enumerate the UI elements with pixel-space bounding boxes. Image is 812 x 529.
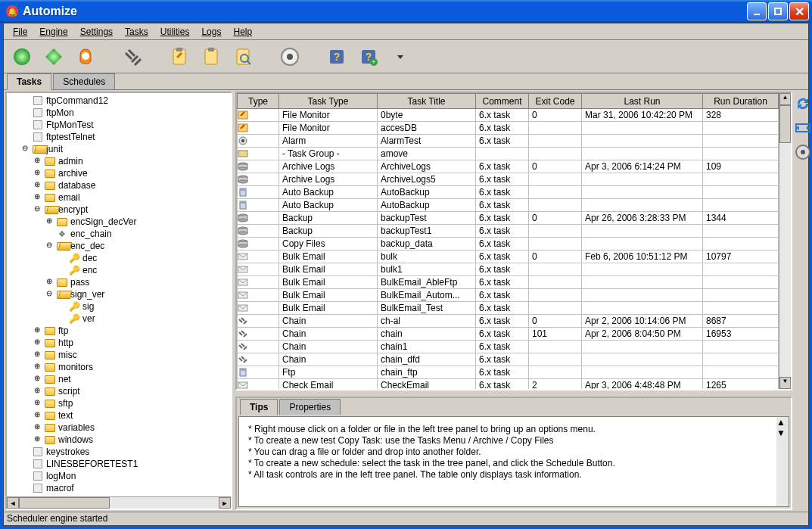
column-header[interactable]: Exit Code bbox=[529, 94, 582, 109]
table-row[interactable]: Bulk EmailBulkEmail_Autom...6.x task bbox=[238, 289, 779, 302]
menu-file[interactable]: File bbox=[7, 25, 33, 39]
tree-node[interactable]: ⊕archive bbox=[8, 167, 229, 179]
collapse-icon[interactable]: ⊖ bbox=[45, 241, 54, 250]
dropdown-arrow-icon[interactable] bbox=[388, 45, 412, 69]
table-row[interactable]: BackupbackupTest16.x task bbox=[238, 225, 779, 238]
record-icon[interactable] bbox=[278, 45, 302, 69]
table-row[interactable]: Copy Filesbackup_data6.x task bbox=[238, 238, 779, 250]
table-row[interactable]: Bulk EmailBulkEmail_AbleFtp6.x task bbox=[238, 276, 779, 289]
expand-icon[interactable]: ⊕ bbox=[33, 338, 42, 347]
tree-node[interactable]: ⊕sftp bbox=[8, 397, 229, 409]
tree-node[interactable]: ⊖enc_dec bbox=[8, 240, 229, 252]
run-icon[interactable] bbox=[10, 45, 34, 69]
tree-node[interactable]: keystrokes bbox=[8, 446, 229, 458]
tree-node[interactable]: ⊕encSign_decVer bbox=[8, 216, 229, 228]
tips-vscrollbar[interactable]: ▲▼ bbox=[776, 417, 789, 506]
expand-icon[interactable]: ⊕ bbox=[33, 157, 42, 166]
tree-node[interactable]: ⊕variables bbox=[8, 422, 229, 434]
column-header[interactable]: Comment bbox=[476, 94, 529, 109]
tree-node[interactable]: ⊕misc bbox=[8, 349, 229, 361]
table-row[interactable]: Bulk Emailbulk6.x task0Feb 6, 2006 10:51… bbox=[238, 250, 779, 263]
collapse-icon[interactable]: ⊖ bbox=[20, 145, 30, 154]
menu-utilities[interactable]: Utilities bbox=[154, 25, 196, 39]
expand-icon[interactable]: ⊕ bbox=[33, 193, 42, 202]
column-header[interactable]: Task Type bbox=[279, 94, 378, 109]
expand-icon[interactable]: ⊕ bbox=[33, 363, 42, 372]
tree-node[interactable]: ftptestTelnet bbox=[8, 131, 229, 143]
tree-node[interactable]: 🔑dec bbox=[8, 252, 229, 264]
expand-icon[interactable]: ⊕ bbox=[33, 181, 42, 190]
table-row[interactable]: Archive LogsArchiveLogs6.x task0Apr 3, 2… bbox=[238, 160, 779, 173]
clipboard-icon[interactable] bbox=[199, 45, 223, 69]
tree-node[interactable]: 🔑enc bbox=[8, 264, 229, 276]
tree-node[interactable]: ⊕text bbox=[8, 409, 229, 422]
tree-node[interactable]: 🔑sig bbox=[8, 300, 229, 313]
bottom-tab-properties[interactable]: Properties bbox=[279, 399, 341, 415]
menu-logs[interactable]: Logs bbox=[195, 25, 227, 39]
tree-node[interactable]: LINESBEFORETEST1 bbox=[8, 458, 229, 470]
table-row[interactable]: Check EmailCheckEmail6.x task2Apr 3, 200… bbox=[238, 379, 779, 390]
refresh-icon[interactable] bbox=[794, 95, 812, 113]
expand-icon[interactable]: ⊕ bbox=[33, 169, 42, 178]
expand-icon[interactable]: ⊕ bbox=[45, 217, 54, 226]
expand-icon[interactable]: ⊕ bbox=[33, 411, 42, 420]
help-book-icon[interactable]: ? bbox=[325, 45, 349, 69]
tab-tasks[interactable]: Tasks bbox=[7, 73, 51, 90]
table-row[interactable]: Ftpchain_ftp6.x task bbox=[238, 366, 779, 379]
collapse-icon[interactable]: ⊖ bbox=[45, 290, 54, 299]
table-row[interactable]: BackupbackupTest6.x task0Apr 26, 2006 3:… bbox=[238, 212, 779, 225]
run-diamond-icon[interactable] bbox=[42, 45, 66, 69]
tree-node[interactable]: ⊖junit bbox=[8, 143, 229, 155]
expand-icon[interactable]: ⊕ bbox=[33, 435, 42, 444]
expand-icon[interactable]: ⊕ bbox=[33, 387, 42, 396]
column-header[interactable]: Type bbox=[238, 94, 279, 109]
table-row[interactable]: File MonitoraccesDB6.x task bbox=[238, 122, 779, 135]
table-row[interactable]: Auto BackupAutoBackup6.x task bbox=[238, 186, 779, 199]
table-row[interactable]: Chainchain_dfd6.x task bbox=[238, 353, 779, 366]
tree-node[interactable]: ⊕net bbox=[8, 373, 229, 385]
menu-help[interactable]: Help bbox=[227, 25, 258, 39]
minimize-button[interactable] bbox=[747, 2, 767, 20]
tree-node[interactable]: ⊖encrypt bbox=[8, 204, 229, 216]
expand-icon[interactable] bbox=[794, 119, 812, 137]
task-table[interactable]: TypeTask TypeTask TitleCommentExit CodeL… bbox=[237, 93, 779, 389]
table-vscrollbar[interactable]: ▲▼ bbox=[779, 93, 791, 389]
tree-node[interactable]: ⊕database bbox=[8, 179, 229, 191]
close-button[interactable]: ✕ bbox=[789, 2, 809, 20]
tree-node[interactable]: ftpCommand12 bbox=[8, 95, 229, 107]
tree-node[interactable]: ⊕ftp bbox=[8, 325, 229, 337]
tree-node[interactable]: 🔑ver bbox=[8, 313, 229, 325]
table-row[interactable]: Bulk EmailBulkEmail_Test6.x task bbox=[238, 302, 779, 315]
table-row[interactable]: Chainchain16.x task bbox=[238, 341, 779, 353]
alarm-icon[interactable] bbox=[73, 45, 98, 69]
table-row[interactable]: Chainchain6.x task101Apr 2, 2006 8:04:50… bbox=[238, 328, 779, 341]
expand-icon[interactable]: ⊕ bbox=[33, 350, 42, 359]
column-header[interactable]: Task Title bbox=[378, 94, 476, 109]
table-row[interactable]: Archive LogsArchiveLogs56.x task bbox=[238, 173, 779, 186]
table-row[interactable]: - Task Group -amove bbox=[238, 148, 779, 160]
collapse-icon[interactable]: ⊖ bbox=[33, 205, 42, 214]
expand-icon[interactable]: ⊕ bbox=[33, 399, 42, 408]
tree-scroll[interactable]: ftpCommand12ftpMonFtpMonTestftptestTelne… bbox=[7, 93, 231, 496]
tree-hscrollbar[interactable]: ◄► bbox=[7, 496, 231, 509]
expand-icon[interactable]: ⊕ bbox=[33, 423, 42, 432]
edit-task-icon[interactable] bbox=[167, 45, 191, 69]
maximize-button[interactable] bbox=[768, 2, 788, 20]
table-row[interactable]: File Monitor0byte6.x task0Mar 31, 2006 1… bbox=[238, 109, 779, 122]
tree-node[interactable]: ⊕windows bbox=[8, 434, 229, 446]
table-row[interactable]: Auto BackupAutoBackup6.x task bbox=[238, 199, 779, 212]
table-row[interactable]: Bulk Emailbulk16.x task bbox=[238, 263, 779, 276]
expand-icon[interactable]: ⊕ bbox=[45, 278, 54, 287]
tree-node[interactable]: ⊕email bbox=[8, 191, 229, 204]
search-task-icon[interactable] bbox=[231, 45, 255, 69]
tree-node[interactable]: ⊕admin bbox=[8, 155, 229, 167]
expand-icon[interactable]: ⊕ bbox=[33, 326, 42, 335]
menu-engine[interactable]: Engine bbox=[33, 25, 73, 39]
table-row[interactable]: Chainch-al6.x task0Apr 2, 2006 10:14:06 … bbox=[238, 315, 779, 328]
bottom-tab-tips[interactable]: Tips bbox=[240, 399, 278, 415]
tree-node[interactable]: ⊕monitors bbox=[8, 361, 229, 373]
tree-node[interactable]: FtpMonTest bbox=[8, 119, 229, 131]
settings-icon[interactable] bbox=[794, 143, 812, 161]
tree-node[interactable]: macrof bbox=[8, 482, 229, 494]
tree-node[interactable]: ⊕script bbox=[8, 385, 229, 397]
